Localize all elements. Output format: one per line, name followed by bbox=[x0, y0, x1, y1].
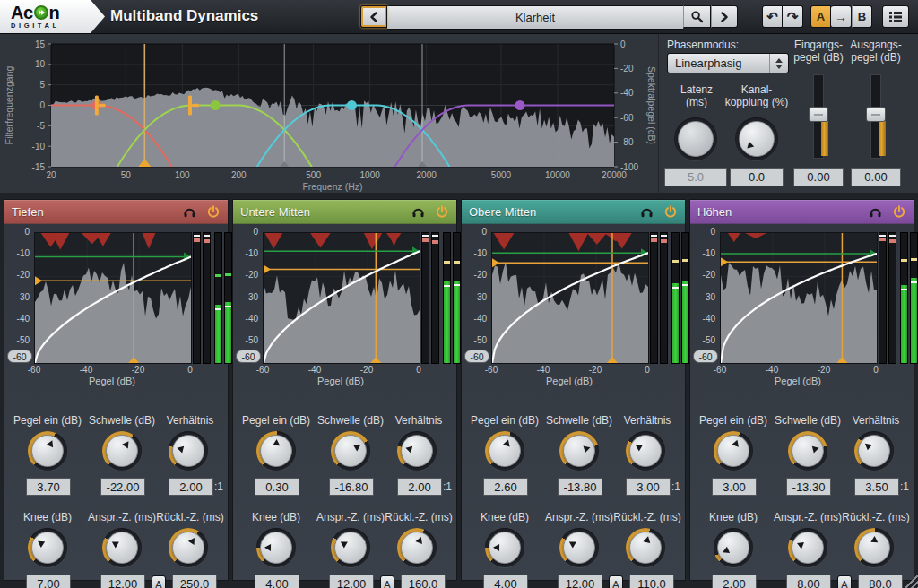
power-icon[interactable] bbox=[893, 205, 905, 218]
undo-button[interactable]: ↶ bbox=[762, 5, 783, 28]
spectrum-display[interactable]: 151050-5-10-150-20-40-60-80-100205010020… bbox=[0, 34, 658, 193]
ab-copy-button[interactable]: → bbox=[831, 5, 852, 28]
gain-in-knob[interactable] bbox=[714, 431, 753, 471]
threshold-value[interactable]: -22.00 bbox=[100, 478, 145, 496]
coupling-value[interactable]: 0.0 bbox=[730, 168, 784, 186]
input-level-value[interactable]: 0.00 bbox=[793, 168, 844, 186]
gain-in-value[interactable]: 2.60 bbox=[483, 478, 528, 496]
ratio-knob[interactable] bbox=[854, 431, 894, 471]
latency-knob[interactable] bbox=[674, 117, 717, 160]
ab-b-button[interactable]: B bbox=[852, 5, 872, 28]
preset-bar: Klarheit bbox=[360, 5, 738, 28]
gain-in-knob[interactable] bbox=[256, 431, 296, 471]
attack-value[interactable]: 12.00 bbox=[558, 575, 602, 588]
ratio-value[interactable]: 2.00 bbox=[169, 478, 213, 496]
output-level-slider[interactable] bbox=[865, 74, 887, 159]
knee-value[interactable]: 4.00 bbox=[483, 575, 528, 588]
preset-next-button[interactable] bbox=[711, 5, 738, 28]
threshold-value[interactable]: -16.80 bbox=[329, 478, 374, 496]
latency-value[interactable]: 5.0 bbox=[664, 168, 727, 186]
band-header[interactable]: Obere Mitten bbox=[462, 200, 685, 224]
threshold-value[interactable]: -13.80 bbox=[558, 478, 602, 496]
band-header[interactable]: Höhen bbox=[690, 200, 914, 224]
slider-handle[interactable] bbox=[809, 107, 828, 122]
power-icon[interactable] bbox=[664, 205, 677, 218]
knob-label: Verhältnis bbox=[831, 414, 918, 427]
gain-reduction-meter-left bbox=[193, 232, 201, 364]
attack-value[interactable]: 12.00 bbox=[100, 575, 145, 588]
y-axis-min-badge[interactable]: -60 bbox=[693, 350, 718, 363]
solo-headphones-icon[interactable] bbox=[183, 205, 196, 218]
release-knob[interactable] bbox=[626, 528, 665, 567]
channel-coupling-knob[interactable] bbox=[735, 117, 778, 160]
threshold-knob[interactable] bbox=[559, 431, 599, 471]
solo-headphones-icon[interactable] bbox=[411, 205, 425, 218]
auto-release-button[interactable]: A bbox=[380, 575, 394, 588]
release-knob[interactable] bbox=[169, 528, 208, 567]
release-knob[interactable] bbox=[397, 528, 437, 567]
knee-knob[interactable] bbox=[256, 528, 296, 567]
gain-in-value[interactable]: 3.70 bbox=[26, 478, 71, 496]
attack-value[interactable]: 12.00 bbox=[329, 575, 374, 588]
transfer-curve-plot[interactable] bbox=[263, 232, 420, 364]
release-value[interactable]: 250.0 bbox=[172, 575, 217, 588]
y-axis-min-badge[interactable]: -60 bbox=[236, 350, 261, 363]
knee-value[interactable]: 4.00 bbox=[255, 575, 299, 588]
attack-knob[interactable] bbox=[331, 528, 370, 567]
level-meters bbox=[650, 232, 689, 364]
release-value[interactable]: 80.0 bbox=[858, 575, 903, 588]
preset-prev-button[interactable] bbox=[360, 5, 387, 28]
release-value[interactable]: 110.0 bbox=[629, 575, 674, 588]
ab-a-button[interactable]: A bbox=[810, 5, 831, 28]
redo-button[interactable]: ↷ bbox=[783, 5, 803, 28]
input-level-slider[interactable] bbox=[808, 74, 829, 159]
transfer-curve-plot[interactable] bbox=[34, 232, 192, 364]
ratio-knob[interactable] bbox=[169, 431, 208, 471]
power-icon[interactable] bbox=[436, 205, 448, 218]
band-header[interactable]: Tiefen bbox=[4, 200, 228, 224]
threshold-knob[interactable] bbox=[788, 431, 827, 471]
spectrum-chart[interactable]: 151050-5-10-150-20-40-60-80-100205010020… bbox=[0, 34, 658, 193]
band-header[interactable]: Untere Mitten bbox=[233, 200, 456, 224]
release-value[interactable]: 160.0 bbox=[401, 575, 446, 588]
output-level-value[interactable]: 0.00 bbox=[851, 168, 901, 186]
knee-knob[interactable] bbox=[714, 528, 753, 567]
ratio-value[interactable]: 2.00 bbox=[397, 478, 442, 496]
threshold-value[interactable]: -13.30 bbox=[786, 478, 831, 496]
preset-name-display[interactable]: Klarheit bbox=[387, 5, 683, 30]
auto-release-button[interactable]: A bbox=[837, 575, 852, 588]
auto-release-button[interactable]: A bbox=[152, 575, 166, 588]
attack-knob[interactable] bbox=[788, 528, 827, 567]
solo-headphones-icon[interactable] bbox=[869, 205, 882, 218]
gain-in-knob[interactable] bbox=[485, 431, 524, 471]
y-axis-min-badge[interactable]: -60 bbox=[7, 350, 32, 363]
attack-value[interactable]: 8.00 bbox=[786, 575, 831, 588]
gain-in-value[interactable]: 0.30 bbox=[255, 478, 299, 496]
solo-headphones-icon[interactable] bbox=[640, 205, 654, 218]
ratio-value[interactable]: 3.50 bbox=[854, 478, 899, 496]
y-axis-min-badge[interactable]: -60 bbox=[464, 350, 489, 363]
knee-knob[interactable] bbox=[485, 528, 524, 567]
gain-in-value[interactable]: 3.00 bbox=[712, 478, 757, 496]
ratio-value[interactable]: 3.00 bbox=[626, 478, 671, 496]
attack-knob[interactable] bbox=[102, 528, 142, 567]
ratio-knob[interactable] bbox=[626, 431, 665, 471]
auto-release-button[interactable]: A bbox=[609, 575, 623, 588]
attack-knob[interactable] bbox=[559, 528, 599, 567]
power-icon[interactable] bbox=[207, 205, 220, 218]
main-menu-button[interactable] bbox=[882, 5, 909, 28]
slider-handle[interactable] bbox=[866, 107, 886, 122]
knob-label: Knee (dB) bbox=[4, 511, 91, 523]
threshold-knob[interactable] bbox=[331, 431, 370, 471]
transfer-curve-plot[interactable] bbox=[491, 232, 649, 364]
ratio-knob[interactable] bbox=[397, 431, 437, 471]
phase-mode-select[interactable]: Linearphasig bbox=[667, 53, 789, 74]
threshold-knob[interactable] bbox=[102, 431, 142, 471]
preset-search-button[interactable] bbox=[683, 5, 711, 28]
knee-knob[interactable] bbox=[28, 528, 67, 567]
transfer-curve-plot[interactable] bbox=[720, 232, 878, 364]
gain-in-knob[interactable] bbox=[28, 431, 67, 471]
knee-value[interactable]: 2.00 bbox=[712, 575, 757, 588]
release-knob[interactable] bbox=[854, 528, 894, 567]
knee-value[interactable]: 7.00 bbox=[26, 575, 71, 588]
